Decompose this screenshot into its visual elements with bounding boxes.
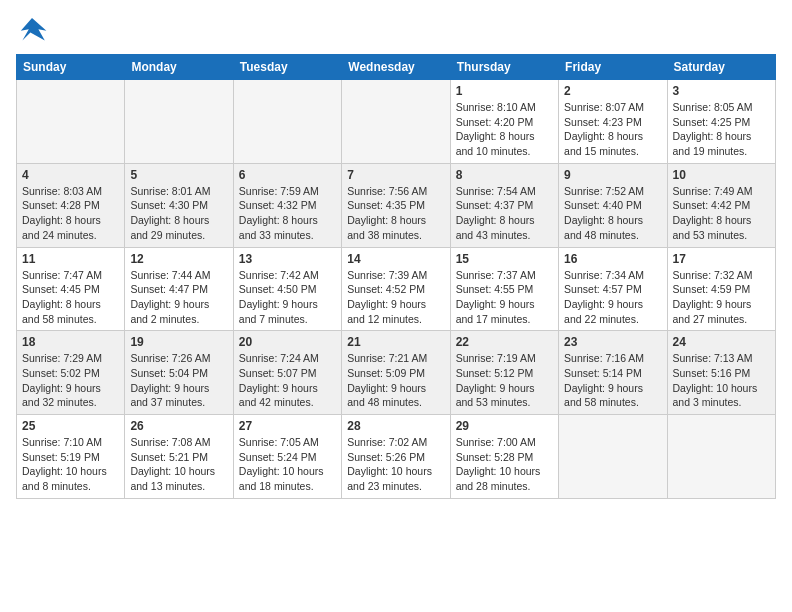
day-number: 24 xyxy=(673,335,770,349)
day-info: Sunrise: 7:02 AMSunset: 5:26 PMDaylight:… xyxy=(347,435,444,494)
calendar-col-header-wednesday: Wednesday xyxy=(342,55,450,80)
calendar-cell: 4Sunrise: 8:03 AMSunset: 4:28 PMDaylight… xyxy=(17,163,125,247)
calendar-cell: 20Sunrise: 7:24 AMSunset: 5:07 PMDayligh… xyxy=(233,331,341,415)
day-info: Sunrise: 7:34 AMSunset: 4:57 PMDaylight:… xyxy=(564,268,661,327)
day-info: Sunrise: 7:16 AMSunset: 5:14 PMDaylight:… xyxy=(564,351,661,410)
day-info: Sunrise: 7:05 AMSunset: 5:24 PMDaylight:… xyxy=(239,435,336,494)
calendar-cell: 13Sunrise: 7:42 AMSunset: 4:50 PMDayligh… xyxy=(233,247,341,331)
day-number: 13 xyxy=(239,252,336,266)
day-info: Sunrise: 7:47 AMSunset: 4:45 PMDaylight:… xyxy=(22,268,119,327)
calendar-cell: 11Sunrise: 7:47 AMSunset: 4:45 PMDayligh… xyxy=(17,247,125,331)
day-number: 21 xyxy=(347,335,444,349)
calendar-cell: 2Sunrise: 8:07 AMSunset: 4:23 PMDaylight… xyxy=(559,80,667,164)
day-number: 4 xyxy=(22,168,119,182)
day-info: Sunrise: 7:26 AMSunset: 5:04 PMDaylight:… xyxy=(130,351,227,410)
calendar-cell: 25Sunrise: 7:10 AMSunset: 5:19 PMDayligh… xyxy=(17,415,125,499)
calendar-cell: 16Sunrise: 7:34 AMSunset: 4:57 PMDayligh… xyxy=(559,247,667,331)
day-info: Sunrise: 7:42 AMSunset: 4:50 PMDaylight:… xyxy=(239,268,336,327)
calendar-col-header-thursday: Thursday xyxy=(450,55,558,80)
calendar-cell: 21Sunrise: 7:21 AMSunset: 5:09 PMDayligh… xyxy=(342,331,450,415)
calendar-cell: 27Sunrise: 7:05 AMSunset: 5:24 PMDayligh… xyxy=(233,415,341,499)
day-info: Sunrise: 7:39 AMSunset: 4:52 PMDaylight:… xyxy=(347,268,444,327)
day-number: 29 xyxy=(456,419,553,433)
calendar-week-row: 11Sunrise: 7:47 AMSunset: 4:45 PMDayligh… xyxy=(17,247,776,331)
calendar-week-row: 18Sunrise: 7:29 AMSunset: 5:02 PMDayligh… xyxy=(17,331,776,415)
calendar-cell xyxy=(667,415,775,499)
calendar-cell: 3Sunrise: 8:05 AMSunset: 4:25 PMDaylight… xyxy=(667,80,775,164)
calendar-week-row: 4Sunrise: 8:03 AMSunset: 4:28 PMDaylight… xyxy=(17,163,776,247)
day-info: Sunrise: 7:44 AMSunset: 4:47 PMDaylight:… xyxy=(130,268,227,327)
calendar-col-header-saturday: Saturday xyxy=(667,55,775,80)
calendar-cell xyxy=(125,80,233,164)
calendar-col-header-sunday: Sunday xyxy=(17,55,125,80)
calendar-cell: 18Sunrise: 7:29 AMSunset: 5:02 PMDayligh… xyxy=(17,331,125,415)
day-number: 12 xyxy=(130,252,227,266)
day-number: 5 xyxy=(130,168,227,182)
calendar-cell: 6Sunrise: 7:59 AMSunset: 4:32 PMDaylight… xyxy=(233,163,341,247)
calendar-cell: 26Sunrise: 7:08 AMSunset: 5:21 PMDayligh… xyxy=(125,415,233,499)
day-number: 11 xyxy=(22,252,119,266)
day-number: 6 xyxy=(239,168,336,182)
day-info: Sunrise: 7:54 AMSunset: 4:37 PMDaylight:… xyxy=(456,184,553,243)
calendar-cell xyxy=(559,415,667,499)
calendar-col-header-monday: Monday xyxy=(125,55,233,80)
day-number: 9 xyxy=(564,168,661,182)
svg-marker-0 xyxy=(21,18,47,40)
calendar-col-header-friday: Friday xyxy=(559,55,667,80)
calendar-cell xyxy=(233,80,341,164)
day-info: Sunrise: 7:10 AMSunset: 5:19 PMDaylight:… xyxy=(22,435,119,494)
calendar-cell: 29Sunrise: 7:00 AMSunset: 5:28 PMDayligh… xyxy=(450,415,558,499)
calendar-cell: 22Sunrise: 7:19 AMSunset: 5:12 PMDayligh… xyxy=(450,331,558,415)
day-info: Sunrise: 7:00 AMSunset: 5:28 PMDaylight:… xyxy=(456,435,553,494)
day-number: 22 xyxy=(456,335,553,349)
calendar-week-row: 25Sunrise: 7:10 AMSunset: 5:19 PMDayligh… xyxy=(17,415,776,499)
day-number: 1 xyxy=(456,84,553,98)
calendar-cell: 7Sunrise: 7:56 AMSunset: 4:35 PMDaylight… xyxy=(342,163,450,247)
day-number: 14 xyxy=(347,252,444,266)
logo-bird-icon xyxy=(16,16,48,44)
day-number: 20 xyxy=(239,335,336,349)
day-info: Sunrise: 7:29 AMSunset: 5:02 PMDaylight:… xyxy=(22,351,119,410)
day-info: Sunrise: 7:21 AMSunset: 5:09 PMDaylight:… xyxy=(347,351,444,410)
day-info: Sunrise: 8:07 AMSunset: 4:23 PMDaylight:… xyxy=(564,100,661,159)
calendar-week-row: 1Sunrise: 8:10 AMSunset: 4:20 PMDaylight… xyxy=(17,80,776,164)
day-info: Sunrise: 7:13 AMSunset: 5:16 PMDaylight:… xyxy=(673,351,770,410)
calendar-cell xyxy=(342,80,450,164)
calendar-cell: 1Sunrise: 8:10 AMSunset: 4:20 PMDaylight… xyxy=(450,80,558,164)
calendar-cell: 19Sunrise: 7:26 AMSunset: 5:04 PMDayligh… xyxy=(125,331,233,415)
page-header xyxy=(16,16,776,44)
calendar-table: SundayMondayTuesdayWednesdayThursdayFrid… xyxy=(16,54,776,499)
day-info: Sunrise: 7:32 AMSunset: 4:59 PMDaylight:… xyxy=(673,268,770,327)
day-info: Sunrise: 7:08 AMSunset: 5:21 PMDaylight:… xyxy=(130,435,227,494)
day-number: 18 xyxy=(22,335,119,349)
day-number: 8 xyxy=(456,168,553,182)
day-number: 28 xyxy=(347,419,444,433)
day-number: 2 xyxy=(564,84,661,98)
calendar-cell: 14Sunrise: 7:39 AMSunset: 4:52 PMDayligh… xyxy=(342,247,450,331)
day-info: Sunrise: 8:03 AMSunset: 4:28 PMDaylight:… xyxy=(22,184,119,243)
day-info: Sunrise: 7:37 AMSunset: 4:55 PMDaylight:… xyxy=(456,268,553,327)
day-number: 17 xyxy=(673,252,770,266)
calendar-col-header-tuesday: Tuesday xyxy=(233,55,341,80)
day-number: 16 xyxy=(564,252,661,266)
calendar-cell: 9Sunrise: 7:52 AMSunset: 4:40 PMDaylight… xyxy=(559,163,667,247)
day-number: 15 xyxy=(456,252,553,266)
day-number: 10 xyxy=(673,168,770,182)
calendar-cell: 17Sunrise: 7:32 AMSunset: 4:59 PMDayligh… xyxy=(667,247,775,331)
day-number: 26 xyxy=(130,419,227,433)
day-info: Sunrise: 8:05 AMSunset: 4:25 PMDaylight:… xyxy=(673,100,770,159)
day-number: 19 xyxy=(130,335,227,349)
calendar-cell: 8Sunrise: 7:54 AMSunset: 4:37 PMDaylight… xyxy=(450,163,558,247)
day-info: Sunrise: 7:49 AMSunset: 4:42 PMDaylight:… xyxy=(673,184,770,243)
day-number: 27 xyxy=(239,419,336,433)
calendar-cell: 28Sunrise: 7:02 AMSunset: 5:26 PMDayligh… xyxy=(342,415,450,499)
day-info: Sunrise: 7:24 AMSunset: 5:07 PMDaylight:… xyxy=(239,351,336,410)
calendar-cell: 15Sunrise: 7:37 AMSunset: 4:55 PMDayligh… xyxy=(450,247,558,331)
day-number: 25 xyxy=(22,419,119,433)
day-info: Sunrise: 7:56 AMSunset: 4:35 PMDaylight:… xyxy=(347,184,444,243)
calendar-cell: 10Sunrise: 7:49 AMSunset: 4:42 PMDayligh… xyxy=(667,163,775,247)
logo xyxy=(16,16,52,44)
calendar-cell: 23Sunrise: 7:16 AMSunset: 5:14 PMDayligh… xyxy=(559,331,667,415)
day-info: Sunrise: 7:59 AMSunset: 4:32 PMDaylight:… xyxy=(239,184,336,243)
day-info: Sunrise: 8:01 AMSunset: 4:30 PMDaylight:… xyxy=(130,184,227,243)
